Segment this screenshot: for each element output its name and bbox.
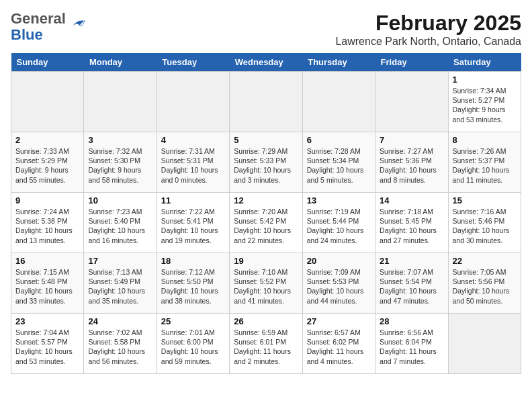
day-cell: 25Sunrise: 7:01 AM Sunset: 6:00 PM Dayli… (157, 314, 229, 374)
day-cell: 7Sunrise: 7:27 AM Sunset: 5:36 PM Daylig… (375, 132, 448, 193)
day-info: Sunrise: 6:57 AM Sunset: 6:02 PM Dayligh… (307, 328, 371, 366)
logo-general: General (11, 10, 66, 27)
day-number: 8 (453, 135, 517, 145)
day-cell (84, 72, 157, 132)
subtitle: Lawrence Park North, Ontario, Canada (335, 36, 521, 48)
day-cell: 28Sunrise: 6:56 AM Sunset: 6:04 PM Dayli… (375, 314, 448, 374)
day-cell: 26Sunrise: 6:59 AM Sunset: 6:01 PM Dayli… (230, 314, 302, 374)
day-info: Sunrise: 7:27 AM Sunset: 5:36 PM Dayligh… (380, 146, 443, 185)
day-number: 7 (380, 135, 443, 145)
day-info: Sunrise: 7:10 AM Sunset: 5:52 PM Dayligh… (234, 267, 298, 306)
day-info: Sunrise: 7:12 AM Sunset: 5:50 PM Dayligh… (161, 267, 225, 306)
day-info: Sunrise: 7:07 AM Sunset: 5:54 PM Dayligh… (380, 267, 443, 306)
day-cell (230, 72, 302, 132)
day-cell: 8Sunrise: 7:26 AM Sunset: 5:37 PM Daylig… (448, 132, 521, 193)
weekday-header-sunday: Sunday (11, 53, 84, 72)
day-cell: 22Sunrise: 7:05 AM Sunset: 5:56 PM Dayli… (448, 253, 521, 314)
weekday-header-monday: Monday (84, 53, 157, 72)
day-number: 18 (161, 256, 225, 266)
day-cell: 5Sunrise: 7:29 AM Sunset: 5:33 PM Daylig… (230, 132, 302, 193)
day-number: 15 (453, 195, 517, 205)
day-number: 2 (15, 135, 79, 145)
weekday-header-saturday: Saturday (448, 53, 521, 72)
day-cell: 12Sunrise: 7:20 AM Sunset: 5:42 PM Dayli… (230, 193, 302, 253)
day-info: Sunrise: 7:34 AM Sunset: 5:27 PM Dayligh… (453, 86, 517, 124)
day-info: Sunrise: 7:15 AM Sunset: 5:48 PM Dayligh… (15, 267, 79, 306)
day-info: Sunrise: 7:19 AM Sunset: 5:44 PM Dayligh… (307, 207, 371, 245)
day-cell (11, 72, 84, 132)
day-cell: 17Sunrise: 7:13 AM Sunset: 5:49 PM Dayli… (84, 253, 157, 314)
day-cell: 6Sunrise: 7:28 AM Sunset: 5:34 PM Daylig… (302, 132, 375, 193)
day-info: Sunrise: 7:16 AM Sunset: 5:46 PM Dayligh… (453, 207, 517, 245)
day-info: Sunrise: 7:33 AM Sunset: 5:29 PM Dayligh… (15, 146, 79, 185)
day-number: 28 (380, 316, 443, 326)
logo: General Blue (11, 11, 87, 43)
calendar-table: SundayMondayTuesdayWednesdayThursdayFrid… (11, 53, 521, 374)
day-number: 26 (234, 316, 298, 326)
day-cell (157, 72, 229, 132)
day-info: Sunrise: 7:09 AM Sunset: 5:53 PM Dayligh… (307, 267, 371, 306)
week-row-1: 1Sunrise: 7:34 AM Sunset: 5:27 PM Daylig… (11, 72, 521, 132)
day-info: Sunrise: 7:32 AM Sunset: 5:30 PM Dayligh… (88, 146, 152, 185)
weekday-header-friday: Friday (375, 53, 448, 72)
weekday-header-thursday: Thursday (302, 53, 375, 72)
day-info: Sunrise: 7:28 AM Sunset: 5:34 PM Dayligh… (307, 146, 371, 185)
day-number: 19 (234, 256, 298, 266)
page-header: General Blue February 2025 Lawrence Park… (11, 11, 521, 48)
day-number: 23 (15, 316, 79, 326)
day-info: Sunrise: 7:29 AM Sunset: 5:33 PM Dayligh… (234, 146, 298, 185)
day-number: 13 (307, 195, 371, 205)
week-row-5: 23Sunrise: 7:04 AM Sunset: 5:57 PM Dayli… (11, 314, 521, 374)
day-number: 21 (380, 256, 443, 266)
day-info: Sunrise: 6:59 AM Sunset: 6:01 PM Dayligh… (234, 328, 298, 366)
day-cell (375, 72, 448, 132)
day-info: Sunrise: 7:13 AM Sunset: 5:49 PM Dayligh… (88, 267, 152, 306)
day-number: 9 (15, 195, 79, 205)
day-number: 16 (15, 256, 79, 266)
day-info: Sunrise: 7:20 AM Sunset: 5:42 PM Dayligh… (234, 207, 298, 245)
day-cell: 27Sunrise: 6:57 AM Sunset: 6:02 PM Dayli… (302, 314, 375, 374)
logo-blue: Blue (11, 26, 43, 43)
day-info: Sunrise: 7:02 AM Sunset: 5:58 PM Dayligh… (88, 328, 152, 366)
day-info: Sunrise: 7:01 AM Sunset: 6:00 PM Dayligh… (161, 328, 225, 366)
day-number: 1 (453, 75, 517, 85)
day-number: 11 (161, 195, 225, 205)
day-number: 12 (234, 195, 298, 205)
weekday-header-tuesday: Tuesday (157, 53, 229, 72)
day-cell: 3Sunrise: 7:32 AM Sunset: 5:30 PM Daylig… (84, 132, 157, 193)
day-cell: 20Sunrise: 7:09 AM Sunset: 5:53 PM Dayli… (302, 253, 375, 314)
day-cell: 18Sunrise: 7:12 AM Sunset: 5:50 PM Dayli… (157, 253, 229, 314)
day-number: 3 (88, 135, 152, 145)
day-number: 25 (161, 316, 225, 326)
day-cell (448, 314, 521, 374)
day-number: 6 (307, 135, 371, 145)
day-cell: 2Sunrise: 7:33 AM Sunset: 5:29 PM Daylig… (11, 132, 84, 193)
title-area: February 2025 Lawrence Park North, Ontar… (335, 11, 521, 48)
bird-icon (67, 14, 87, 34)
day-info: Sunrise: 7:26 AM Sunset: 5:37 PM Dayligh… (453, 146, 517, 185)
day-cell: 1Sunrise: 7:34 AM Sunset: 5:27 PM Daylig… (448, 72, 521, 132)
day-number: 5 (234, 135, 298, 145)
day-number: 14 (380, 195, 443, 205)
day-number: 20 (307, 256, 371, 266)
day-number: 22 (453, 256, 517, 266)
day-info: Sunrise: 7:24 AM Sunset: 5:38 PM Dayligh… (15, 207, 79, 245)
day-cell: 23Sunrise: 7:04 AM Sunset: 5:57 PM Dayli… (11, 314, 84, 374)
main-title: February 2025 (335, 11, 521, 36)
day-number: 27 (307, 316, 371, 326)
week-row-2: 2Sunrise: 7:33 AM Sunset: 5:29 PM Daylig… (11, 132, 521, 193)
day-cell: 11Sunrise: 7:22 AM Sunset: 5:41 PM Dayli… (157, 193, 229, 253)
week-row-3: 9Sunrise: 7:24 AM Sunset: 5:38 PM Daylig… (11, 193, 521, 253)
day-cell: 4Sunrise: 7:31 AM Sunset: 5:31 PM Daylig… (157, 132, 229, 193)
day-info: Sunrise: 7:05 AM Sunset: 5:56 PM Dayligh… (453, 267, 517, 306)
weekday-header-row: SundayMondayTuesdayWednesdayThursdayFrid… (11, 53, 521, 72)
day-number: 4 (161, 135, 225, 145)
weekday-header-wednesday: Wednesday (230, 53, 302, 72)
day-info: Sunrise: 7:23 AM Sunset: 5:40 PM Dayligh… (88, 207, 152, 245)
day-info: Sunrise: 7:18 AM Sunset: 5:45 PM Dayligh… (380, 207, 443, 245)
day-cell: 15Sunrise: 7:16 AM Sunset: 5:46 PM Dayli… (448, 193, 521, 253)
day-info: Sunrise: 6:56 AM Sunset: 6:04 PM Dayligh… (380, 328, 443, 366)
day-cell (302, 72, 375, 132)
week-row-4: 16Sunrise: 7:15 AM Sunset: 5:48 PM Dayli… (11, 253, 521, 314)
day-number: 17 (88, 256, 152, 266)
